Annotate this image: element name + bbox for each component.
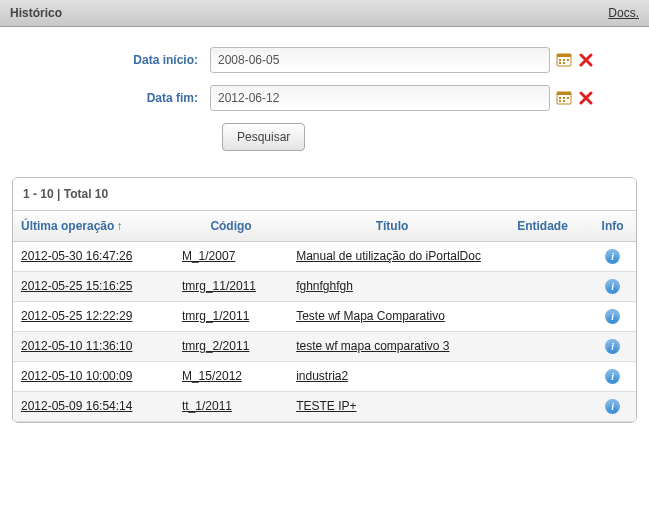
clear-icon[interactable] [578, 52, 594, 68]
search-form: Data início: Data fim: Pesquisar [0, 27, 649, 163]
results-summary: 1 - 10 | Total 10 [13, 178, 636, 211]
entity-cell [496, 302, 589, 332]
docs-link[interactable]: Docs. [608, 6, 639, 20]
info-icon[interactable]: i [605, 339, 620, 354]
table-row: 2012-05-25 12:22:29tmrg_1/2011Teste wf M… [13, 302, 636, 332]
svg-rect-12 [559, 100, 561, 102]
table-row: 2012-05-10 10:00:09M_15/2012industria2i [13, 362, 636, 392]
info-icon[interactable]: i [605, 249, 620, 264]
code-link[interactable]: tt_1/2011 [182, 399, 232, 413]
title-link[interactable]: industria2 [296, 369, 348, 383]
svg-rect-6 [563, 62, 565, 64]
code-link[interactable]: tmrg_2/2011 [182, 339, 249, 353]
op-link[interactable]: 2012-05-09 16:54:14 [21, 399, 132, 413]
op-link[interactable]: 2012-05-10 10:00:09 [21, 369, 132, 383]
entity-cell [496, 392, 589, 422]
info-icon[interactable]: i [605, 399, 620, 414]
calendar-icon[interactable] [556, 90, 572, 106]
info-icon[interactable]: i [605, 369, 620, 384]
op-link[interactable]: 2012-05-10 11:36:10 [21, 339, 132, 353]
results-table: 1 - 10 | Total 10 Última operação↑ Códig… [12, 177, 637, 423]
title-link[interactable]: fghnfghfgh [296, 279, 353, 293]
svg-rect-4 [567, 59, 569, 61]
start-date-label: Data início: [30, 53, 210, 67]
code-link[interactable]: M_15/2012 [182, 369, 242, 383]
calendar-icon[interactable] [556, 52, 572, 68]
table-row: 2012-05-09 16:54:14tt_1/2011TESTE IP+i [13, 392, 636, 422]
svg-rect-11 [567, 97, 569, 99]
entity-cell [496, 362, 589, 392]
title-link[interactable]: TESTE IP+ [296, 399, 356, 413]
col-last-op[interactable]: Última operação↑ [13, 211, 174, 242]
title-link[interactable]: Manual de utilização do iPortalDoc [296, 249, 481, 263]
op-link[interactable]: 2012-05-30 16:47:26 [21, 249, 132, 263]
op-link[interactable]: 2012-05-25 12:22:29 [21, 309, 132, 323]
entity-cell [496, 272, 589, 302]
table-row: 2012-05-30 16:47:26M_1/2007Manual de uti… [13, 242, 636, 272]
title-link[interactable]: Teste wf Mapa Comparativo [296, 309, 445, 323]
svg-rect-5 [559, 62, 561, 64]
op-link[interactable]: 2012-05-25 15:16:25 [21, 279, 132, 293]
table-row: 2012-05-25 15:16:25tmrg_11/2011fghnfghfg… [13, 272, 636, 302]
info-icon[interactable]: i [605, 279, 620, 294]
svg-rect-8 [557, 92, 571, 95]
search-button[interactable]: Pesquisar [222, 123, 305, 151]
svg-rect-2 [559, 59, 561, 61]
end-date-input[interactable] [210, 85, 550, 111]
svg-rect-13 [563, 100, 565, 102]
svg-rect-10 [563, 97, 565, 99]
col-entity[interactable]: Entidade [496, 211, 589, 242]
sort-asc-icon: ↑ [116, 219, 122, 233]
col-info[interactable]: Info [589, 211, 636, 242]
svg-rect-3 [563, 59, 565, 61]
table-row: 2012-05-10 11:36:10tmrg_2/2011teste wf m… [13, 332, 636, 362]
end-date-label: Data fim: [30, 91, 210, 105]
code-link[interactable]: M_1/2007 [182, 249, 235, 263]
col-title[interactable]: Título [288, 211, 496, 242]
info-icon[interactable]: i [605, 309, 620, 324]
entity-cell [496, 242, 589, 272]
clear-icon[interactable] [578, 90, 594, 106]
start-date-input[interactable] [210, 47, 550, 73]
page-title: Histórico [10, 6, 62, 20]
title-link[interactable]: teste wf mapa comparativo 3 [296, 339, 449, 353]
svg-rect-9 [559, 97, 561, 99]
col-code[interactable]: Código [174, 211, 288, 242]
code-link[interactable]: tmrg_1/2011 [182, 309, 249, 323]
svg-rect-1 [557, 54, 571, 57]
code-link[interactable]: tmrg_11/2011 [182, 279, 256, 293]
entity-cell [496, 332, 589, 362]
